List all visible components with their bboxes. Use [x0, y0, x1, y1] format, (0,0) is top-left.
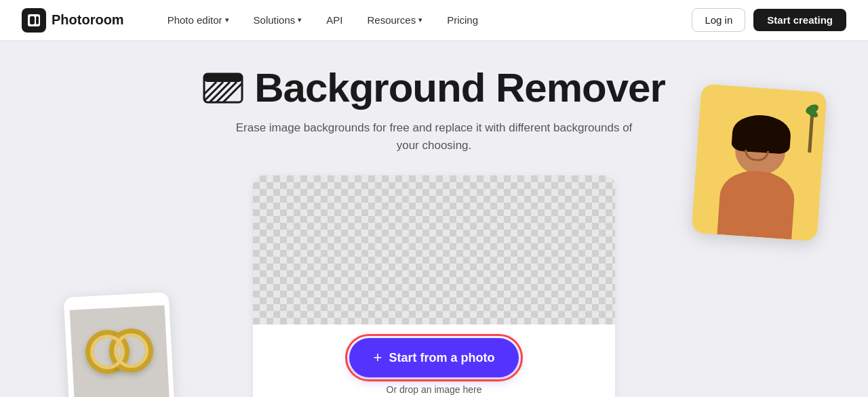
svg-rect-1: [30, 16, 35, 24]
start-creating-button[interactable]: Start creating: [753, 9, 846, 31]
upload-area[interactable]: [253, 175, 615, 325]
main-nav: Photo editor ▾ Solutions ▾ API Resources…: [157, 9, 692, 31]
jewelry-card: [64, 292, 175, 397]
drop-text: Or drop an image here: [387, 384, 482, 395]
decorative-person-card: [696, 88, 822, 237]
chevron-down-icon: ▾: [298, 16, 302, 24]
background-remover-icon: [203, 70, 243, 106]
nav-resources[interactable]: Resources ▾: [356, 9, 433, 31]
logo-link[interactable]: Photoroom: [22, 8, 124, 33]
plus-icon: +: [374, 349, 382, 367]
chevron-down-icon: ▾: [225, 16, 229, 24]
page-heading: Background Remover: [203, 68, 665, 108]
svg-rect-4: [204, 74, 242, 82]
rings-visual: [76, 306, 162, 397]
nav-photo-editor[interactable]: Photo editor ▾: [157, 9, 240, 31]
logo-icon: [22, 8, 46, 33]
upload-button-area: + Start from a photo Or drop an image he…: [253, 325, 615, 397]
upload-button-label: Start from a photo: [389, 351, 494, 365]
start-from-photo-button[interactable]: + Start from a photo: [349, 338, 519, 377]
login-button[interactable]: Log in: [692, 8, 745, 32]
logo-text: Photoroom: [52, 12, 124, 28]
transparency-background: [253, 175, 615, 325]
page-subtitle: Erase image backgrounds for free and rep…: [236, 119, 633, 154]
decorative-jewelry-card: [66, 295, 172, 397]
main-content: Background Remover Erase image backgroun…: [0, 41, 868, 397]
person-card: [692, 84, 827, 241]
nav-api[interactable]: API: [315, 9, 353, 31]
svg-rect-5: [204, 82, 242, 102]
upload-container: + Start from a photo Or drop an image he…: [253, 175, 615, 397]
navbar-actions: Log in Start creating: [692, 8, 846, 32]
chevron-down-icon: ▾: [418, 16, 422, 24]
svg-rect-2: [36, 16, 39, 24]
nav-solutions[interactable]: Solutions ▾: [243, 9, 313, 31]
navbar: Photoroom Photo editor ▾ Solutions ▾ API…: [0, 0, 868, 41]
page-title: Background Remover: [254, 68, 665, 108]
nav-pricing[interactable]: Pricing: [436, 9, 489, 31]
